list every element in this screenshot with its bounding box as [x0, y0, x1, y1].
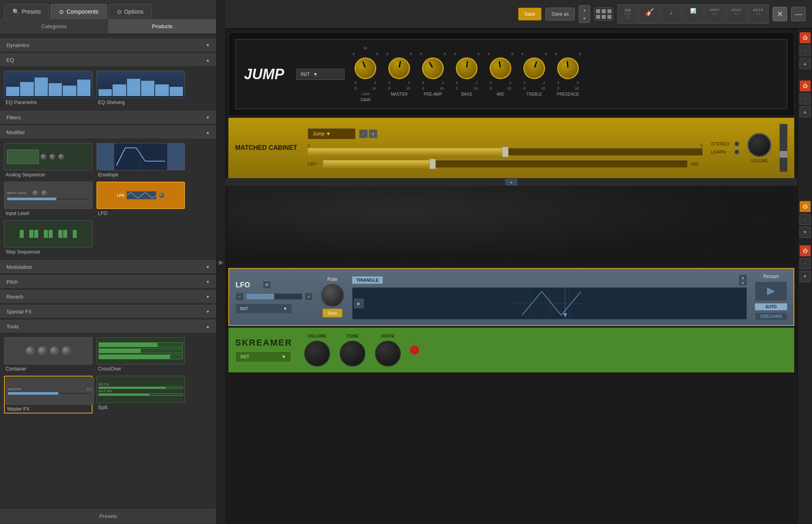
cab-ab-slider[interactable]: [308, 148, 703, 156]
tab-options[interactable]: ⊙ Options: [109, 4, 152, 19]
treble-knob[interactable]: [520, 54, 548, 82]
wave-play-button[interactable]: ▶: [354, 299, 364, 308]
wave-up-arrow[interactable]: ▲: [739, 274, 747, 280]
cab-plus-button[interactable]: +: [369, 129, 377, 138]
wave-down-arrow[interactable]: ▼: [739, 280, 747, 286]
stereo-led[interactable]: [734, 141, 739, 146]
cabinet-volume-knob[interactable]: [747, 133, 771, 157]
chevron-down-icon-pitch: ▼: [206, 280, 210, 284]
component-input-level[interactable]: INPUT LEVEL Input Level: [4, 182, 92, 216]
component-step-sequencer[interactable]: Step Sequencer: [4, 220, 92, 255]
component-split[interactable]: SPLIT A SPLIT MIX Split: [96, 376, 185, 413]
lfo-rate-slider[interactable]: [246, 293, 302, 300]
meter-button[interactable]: 📊: [683, 4, 703, 24]
skreamer-power-led[interactable]: [410, 346, 418, 354]
component-eq-shelving[interactable]: EQ Shelving: [96, 71, 185, 105]
preset-arrow[interactable]: ▲ ▼: [579, 5, 590, 23]
tab-presets[interactable]: 🔍 Presets: [4, 4, 49, 19]
category-reverb[interactable]: Reverb ▼: [0, 290, 216, 303]
power-button-lfo[interactable]: ⏻: [800, 201, 811, 212]
category-specialfx[interactable]: Special FX ▼: [0, 305, 216, 318]
category-filters[interactable]: Filters ▼: [0, 111, 216, 124]
lfo-waveform-section: TRIANGLE ▲ ▼ ▶: [352, 274, 747, 319]
eq-shelving-label: EQ Shelving: [96, 100, 185, 105]
power-button-skreamer[interactable]: ⏻: [800, 245, 811, 256]
lfo-move-icon[interactable]: ✛: [263, 281, 271, 289]
collapse-button[interactable]: ▲: [505, 179, 517, 185]
preamp-knob[interactable]: [418, 53, 448, 83]
component-master-fx[interactable]: MASTER |||||||| Master FX: [4, 376, 92, 413]
expand-button-2[interactable]: ▲: [800, 106, 811, 117]
presets-button[interactable]: Presets: [0, 508, 216, 524]
lfo-sync-button[interactable]: Sync: [322, 309, 342, 317]
master-fx-preview: MASTER ||||||||: [6, 377, 94, 405]
restart-label: Restart: [763, 274, 779, 279]
cab-vol-thumb[interactable]: [780, 151, 787, 158]
skreamer-preset-dropdown[interactable]: INIT ▼: [235, 351, 291, 362]
category-pitch[interactable]: Pitch ▼: [0, 275, 216, 289]
lfo-plus-button[interactable]: +: [305, 293, 313, 301]
component-crossover[interactable]: CrossOver: [96, 337, 185, 372]
lfo-sidechain-button[interactable]: SIDECHAIN: [755, 313, 787, 320]
bass-knob[interactable]: [455, 57, 479, 80]
lfo-preset-dropdown[interactable]: INIT ▼: [236, 304, 292, 313]
cab-volume-slider[interactable]: [779, 124, 787, 172]
cab-dry-slider[interactable]: [323, 160, 688, 168]
category-dynamics[interactable]: Dynamics ▼: [0, 39, 216, 52]
category-modifier[interactable]: Modifier ▲: [0, 126, 216, 139]
cabinet-preset-dropdown[interactable]: Jump ▼: [308, 128, 356, 139]
lfo-auto-button[interactable]: AUTO: [755, 303, 787, 310]
pre-fx-button[interactable]: ⊞⊞ PRE FX: [617, 4, 638, 24]
chevron-down-icon-filters: ▼: [206, 115, 210, 120]
component-container[interactable]: Container: [4, 337, 92, 372]
tone-knob[interactable]: [340, 341, 365, 366]
power-button-jump[interactable]: ⏻: [800, 32, 811, 43]
category-tools[interactable]: Tools ▲: [0, 320, 216, 333]
presence-knob[interactable]: [556, 57, 580, 80]
wave-canvas[interactable]: ▶: [352, 287, 747, 319]
drive-knob[interactable]: [375, 341, 401, 366]
expand-button-skreamer[interactable]: ▼: [800, 271, 811, 282]
expand-button-lfo[interactable]: ▼: [800, 227, 811, 238]
power-button-cab[interactable]: ⏻: [800, 80, 811, 92]
rate-label: Rate: [327, 276, 337, 282]
master-knob[interactable]: [387, 56, 412, 81]
lfo-rate-knob[interactable]: [321, 284, 344, 307]
tools-items: Container: [0, 333, 216, 418]
gain-knob[interactable]: [351, 54, 379, 82]
prst-fx-button[interactable]: PRST FX: [704, 4, 725, 24]
lfo-minus-button[interactable]: −: [236, 293, 244, 301]
subtabs: Categories Products: [0, 19, 216, 35]
lfo-slider-row: − +: [236, 293, 313, 301]
subtab-products[interactable]: Products: [108, 19, 216, 34]
subtab-categories[interactable]: Categories: [0, 19, 108, 34]
lfo-restart-button[interactable]: [755, 282, 787, 301]
settings-button-lfo[interactable]: −: [800, 214, 811, 225]
category-eq[interactable]: EQ ▲: [0, 53, 216, 67]
jump-preset-dropdown[interactable]: INIT ▼: [296, 69, 344, 80]
instrument-button[interactable]: 🎸: [639, 4, 660, 24]
panel-resize[interactable]: ▶: [217, 0, 225, 524]
close-button[interactable]: ✕: [773, 7, 787, 21]
save-button[interactable]: Save: [518, 8, 541, 20]
settings-button-skreamer[interactable]: −: [800, 258, 811, 269]
tuner-button[interactable]: ♩: [661, 4, 682, 24]
tab-components[interactable]: ⊙ Components: [51, 4, 107, 19]
grid-view[interactable]: [594, 7, 613, 21]
volume-knob[interactable]: [304, 341, 330, 366]
learn-led[interactable]: [734, 149, 739, 154]
mid-knob[interactable]: [488, 56, 513, 81]
settings-button-1[interactable]: −: [800, 45, 811, 56]
component-eq-parametric[interactable]: EQ Parametric: [4, 71, 92, 105]
component-analog-sequencer[interactable]: Analog Sequencer: [4, 143, 92, 178]
expand-button-1[interactable]: ▲: [800, 58, 811, 69]
component-lfo[interactable]: LFO LFO: [96, 182, 185, 216]
settings-button-2[interactable]: −: [800, 93, 811, 104]
component-envelope[interactable]: Envelope: [96, 143, 185, 178]
save-as-button[interactable]: Save as: [545, 8, 575, 20]
mstr-fx-button[interactable]: MSTR FX: [748, 4, 769, 24]
category-modulation[interactable]: Modulation ▼: [0, 260, 216, 274]
post-fx-button[interactable]: POST FX: [726, 4, 747, 24]
cab-minus-button[interactable]: -: [359, 129, 368, 138]
minimize-button[interactable]: —: [791, 7, 806, 21]
